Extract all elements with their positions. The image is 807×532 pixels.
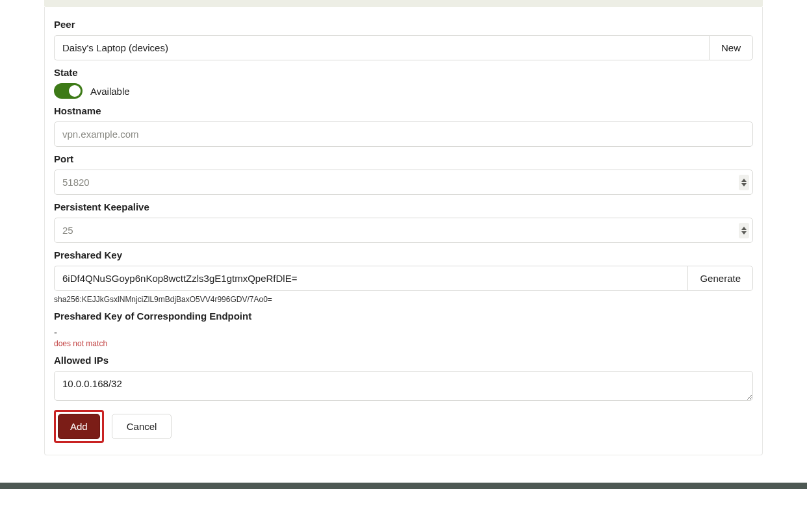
generate-psk-button[interactable]: Generate <box>687 266 753 291</box>
psk-input[interactable] <box>54 266 687 291</box>
allowed-ips-label: Allowed IPs <box>54 355 753 366</box>
port-input[interactable] <box>54 170 753 195</box>
hostname-input[interactable] <box>54 121 753 147</box>
add-button[interactable]: Add <box>58 414 100 439</box>
cancel-button[interactable]: Cancel <box>112 414 172 439</box>
footer-strip <box>0 483 807 489</box>
allowed-ips-input[interactable] <box>54 371 753 401</box>
keepalive-stepper[interactable] <box>739 223 749 238</box>
keepalive-step-down-icon[interactable] <box>741 231 747 234</box>
corresponding-psk-warning: does not match <box>54 339 753 348</box>
add-button-highlight: Add <box>54 410 104 443</box>
state-value-label: Available <box>90 86 130 97</box>
corresponding-psk-label: Preshared Key of Corresponding Endpoint <box>54 310 753 322</box>
port-step-down-icon[interactable] <box>741 183 747 186</box>
peer-input[interactable] <box>54 35 709 60</box>
psk-hash: sha256:KEJJkGsxlNMnjciZlL9mBdjBaxO5VV4r9… <box>54 295 753 304</box>
port-stepper[interactable] <box>739 175 749 190</box>
port-label: Port <box>54 153 753 164</box>
state-label: State <box>54 67 753 78</box>
state-toggle[interactable] <box>54 83 83 99</box>
page-header-strip <box>44 0 763 7</box>
keepalive-input[interactable] <box>54 218 753 243</box>
endpoint-form: Peer New State Available Hostname Port <box>44 7 763 455</box>
port-step-up-icon[interactable] <box>741 179 747 182</box>
keepalive-label: Persistent Keepalive <box>54 201 753 212</box>
hostname-label: Hostname <box>54 105 753 116</box>
corresponding-psk-value: - <box>54 327 753 338</box>
keepalive-step-up-icon[interactable] <box>741 227 747 230</box>
psk-label: Preshared Key <box>54 249 753 260</box>
peer-label: Peer <box>54 19 753 30</box>
new-peer-button[interactable]: New <box>709 35 753 60</box>
